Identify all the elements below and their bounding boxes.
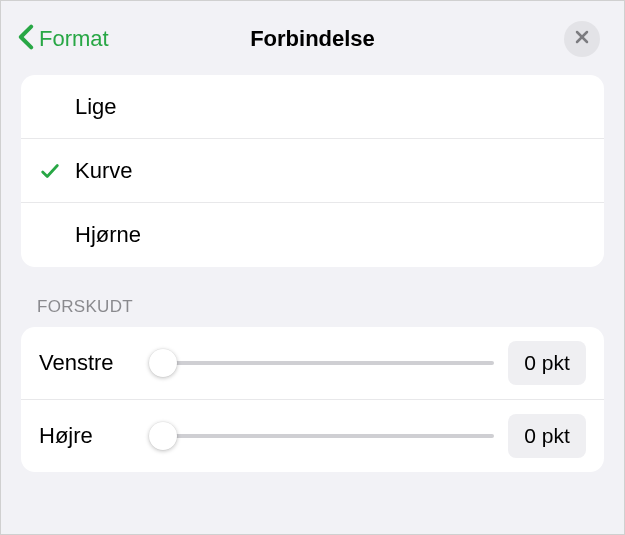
offset-list: Venstre 0 pkt Højre 0 pkt	[21, 327, 604, 472]
offset-value-right[interactable]: 0 pkt	[508, 414, 586, 458]
offset-label: Højre	[39, 423, 135, 449]
option-label: Lige	[75, 94, 117, 120]
offset-row-right: Højre 0 pkt	[21, 400, 604, 472]
close-button[interactable]	[564, 21, 600, 57]
connection-type-option[interactable]: Hjørne	[21, 203, 604, 267]
checkmark-icon	[39, 160, 75, 182]
slider-track-bg	[149, 361, 494, 365]
slider-thumb[interactable]	[149, 349, 177, 377]
option-label: Kurve	[75, 158, 132, 184]
back-label: Format	[39, 26, 109, 52]
option-label: Hjørne	[75, 222, 141, 248]
connection-type-option[interactable]: Kurve	[21, 139, 604, 203]
content: Lige Kurve Hjørne Forskudt Venstre 0 pkt	[1, 75, 624, 472]
close-icon	[574, 29, 590, 49]
offset-label: Venstre	[39, 350, 135, 376]
offset-value-left[interactable]: 0 pkt	[508, 341, 586, 385]
offset-slider-left[interactable]	[149, 349, 494, 377]
offset-row-left: Venstre 0 pkt	[21, 327, 604, 400]
slider-track-bg	[149, 434, 494, 438]
connection-type-list: Lige Kurve Hjørne	[21, 75, 604, 267]
slider-thumb[interactable]	[149, 422, 177, 450]
connection-type-option[interactable]: Lige	[21, 75, 604, 139]
back-button[interactable]: Format	[17, 24, 109, 54]
section-header-offset: Forskudt	[21, 267, 604, 327]
header: Format Forbindelse	[1, 1, 624, 75]
chevron-left-icon	[17, 24, 35, 54]
page-title: Forbindelse	[250, 26, 375, 52]
offset-slider-right[interactable]	[149, 422, 494, 450]
